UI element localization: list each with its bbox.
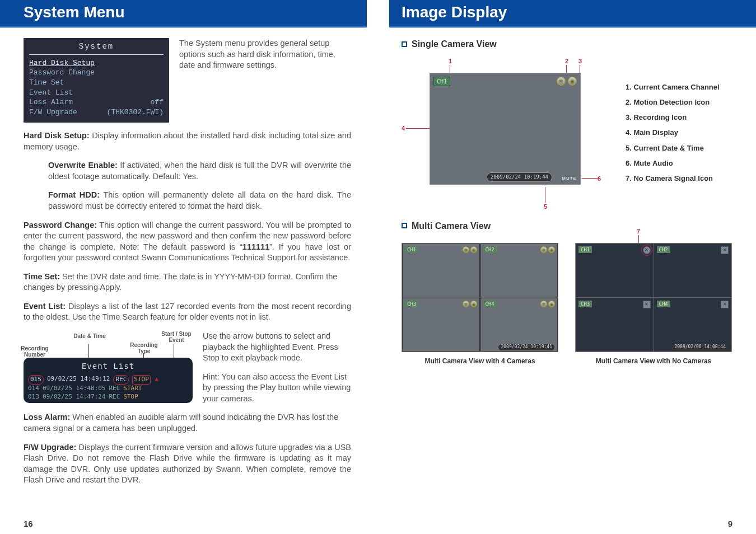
fw-para: F/W Upgrade: Displays the current firmwa… [24, 442, 351, 486]
sm-row-4: Loss Alarm [29, 97, 73, 107]
multi-0-caption: Multi Camera View with No Cameras [575, 357, 732, 366]
recording-icon: ◉ [568, 77, 577, 86]
multi-4-caption: Multi Camera View with 4 Cameras [402, 357, 558, 366]
loss-para: Loss Alarm: When enabled an audible alar… [24, 412, 351, 434]
timeset-para: Time Set: Set the DVR date and time. The… [24, 271, 351, 293]
left-title: System Menu [0, 0, 367, 27]
multi-4-cameras: CH1✲◉ CH2✲◉ CH3✲◉ CH4✲◉ 2009/02/24 10:19… [402, 243, 558, 352]
pwchange-para: Password Change: This option will change… [24, 220, 351, 264]
sm-row-2: Time Set [29, 78, 64, 88]
event-list-screenshot: Event List 015 09/02/25 14:49:12 REC STO… [24, 358, 193, 403]
right-title: Image Display [389, 0, 756, 27]
system-menu-screenshot: System Hard Disk Setup Password Change T… [24, 38, 169, 123]
sm-row-1: Password Change [29, 68, 95, 78]
multi-no-cameras: CH1✕ CH2✕ CH3✕ CH4✕ 2009/02/06 14:08:44 [575, 243, 732, 352]
system-menu-title: System [29, 41, 164, 55]
cam-timestamp: 2009/02/24 10:19:44 [487, 172, 552, 181]
multi-camera-heading: Multi Camera View [402, 220, 732, 232]
single-view-legend: 1. Current Camera Channel 2. Motion Dete… [626, 79, 720, 186]
callout-7: 7 [637, 227, 640, 236]
single-camera-heading: Single Camera View [402, 38, 732, 50]
page-number-left: 16 [24, 519, 33, 528]
page-number-right: 9 [728, 519, 732, 528]
no-signal-icon: ✕ [643, 246, 651, 254]
single-camera-diagram: 1 2 3 4 5 6 CH1 ✲ [402, 57, 614, 186]
overwrite-para: Overwrite Enable: If activated, when the… [48, 160, 351, 182]
sm-row-3: Event List [29, 88, 73, 98]
hd-setup-para: Hard Disk Setup: Display information abo… [24, 130, 351, 152]
sm-row-0: Hard Disk Setup [29, 58, 95, 68]
mute-label: MUTE [562, 176, 577, 182]
event-list-callouts: Recording Number Date & Time Recording T… [24, 331, 193, 358]
eventlist-para: Event List: Displays a list of the last … [24, 301, 351, 323]
cam-channel-label: CH1 [433, 77, 450, 87]
sm-row-5: F/W Upgrade [29, 107, 77, 118]
format-para: Format HDD: This option will permanently… [48, 190, 351, 212]
motion-detection-icon: ✲ [557, 77, 566, 86]
